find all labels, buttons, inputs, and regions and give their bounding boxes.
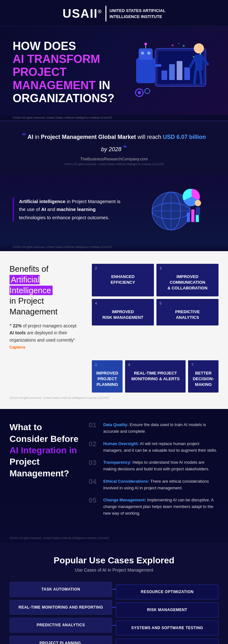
benefit-card-6: 6 REAL-TIME PROJECTMONITORING & ALERTS	[125, 360, 186, 393]
consider-bold-3: Transparency:	[103, 460, 131, 465]
definition-text: Artificial intelligence in Project Manag…	[13, 197, 124, 222]
consider-section: What toConsider Before AI Integration in…	[0, 409, 228, 535]
quote-source: TheBusinessResearchCompany.com	[19, 157, 209, 161]
benefit-card-2: 2 ENHANCEDEFFICIENCY	[92, 264, 154, 296]
hero-section: HOW DOES AI TRANSFORM PROJECT MANAGEMENT…	[0, 26, 228, 115]
consider-heading: What toConsider Before AI Integration in…	[10, 422, 79, 479]
consider-item-1: 01 Data Quality: Ensure the data used to…	[89, 422, 218, 435]
robot-illustration	[130, 39, 212, 105]
usecase-label-predictive: PREDICTIVE ANALYTICS	[37, 623, 85, 627]
svg-point-22	[172, 44, 174, 46]
hero-copyright: ©2024 All rights reserved. United States…	[0, 115, 228, 121]
svg-point-34	[195, 200, 201, 206]
benefit-card-1: 1 IMPROVED PROJECTPLANNING	[92, 360, 123, 393]
quote-copyright: ©2024 All rights reserved. United States…	[19, 163, 209, 166]
benefits-copyright: ©2024 All rights reserved. United States…	[10, 396, 218, 399]
consider-highlight: AI Integration in	[10, 445, 77, 455]
consider-list: 01 Data Quality: Ensure the data used to…	[89, 422, 218, 523]
quote-mark-close: "	[123, 144, 127, 153]
consider-bold-4: Ethical Considerations:	[103, 479, 149, 484]
svg-rect-6	[136, 58, 155, 83]
svg-point-8	[141, 52, 144, 55]
usecase-label-monitoring: REAL-TIME MONITORING AND REPORTING	[19, 605, 103, 610]
definition-image	[133, 184, 215, 235]
logo-container: USAII® UNITED STATES ARTIFICIAL INTELLIG…	[6, 6, 222, 22]
svg-point-24	[183, 45, 185, 47]
consider-content-5: Change Management: Implementing AI can b…	[103, 497, 218, 517]
usecases-grid: TASK AUTOMATION REAL-TIME MONITORING AND…	[10, 582, 218, 644]
benefits-title: Benefits of Artificial Intelligence in P…	[10, 264, 79, 351]
svg-point-9	[147, 52, 150, 55]
svg-rect-32	[191, 209, 194, 222]
usecase-card-monitoring: REAL-TIME MONITORING AND REPORTING	[10, 600, 112, 615]
logo-subtitle: UNITED STATES ARTIFICIAL INTELLIGENCE IN…	[110, 8, 166, 20]
quote-section: " AI in Project Management Global Market…	[0, 121, 228, 175]
header: USAII® UNITED STATES ARTIFICIAL INTELLIG…	[0, 0, 228, 26]
benefit-label-6: REAL-TIME PROJECTMONITORING & ALERTS	[130, 370, 181, 382]
quote-bold: Project Management Global Market	[41, 134, 136, 140]
benefit-label-1: IMPROVED PROJECTPLANNING	[96, 370, 118, 388]
benefits-grid: 2 ENHANCEDEFFICIENCY 3 IMPROVEDCOMMUNICA…	[92, 264, 218, 325]
consider-num-2: 02	[89, 441, 98, 448]
consider-content-3: Transparency: Helps to understand how AI…	[103, 459, 218, 473]
consider-content-1: Data Quality: Ensure the data used to tr…	[103, 422, 218, 435]
consider-num-5: 05	[89, 497, 98, 504]
consider-line2: Project Management?	[10, 457, 69, 478]
benefit-label-2: ENHANCEDEFFICIENCY	[96, 274, 149, 285]
svg-rect-14	[195, 55, 203, 71]
usecases-subtitle: Use Cases of AI in Project Management	[10, 567, 218, 573]
consider-item-5: 05 Change Management: Implementing AI ca…	[89, 497, 218, 517]
usecase-label-resource: RESOURCE OPTIMIZATION	[141, 590, 194, 594]
capterra-source: Capterra	[10, 345, 25, 350]
consider-item-2: 02 Human Oversight: AI will not replace …	[89, 441, 218, 454]
logo-usaii: USAII®	[63, 7, 102, 21]
usecases-header: Popular Use Cases Explored Use Cases of …	[10, 555, 218, 573]
benefit-card-4: 4 IMPROVEDRISK MANAGEMENT	[92, 299, 154, 325]
consider-item-4: 04 Ethical Considerations: There are eth…	[89, 478, 218, 492]
consider-title: What toConsider Before AI Integration in…	[10, 422, 79, 523]
benefit-card-3: 3 IMPROVEDCOMMUNICATION& COLLABORATION	[156, 264, 218, 296]
benefits-stat-percent: " 22%	[10, 323, 22, 328]
svg-rect-3	[169, 64, 175, 80]
benefit-num-6: 6	[128, 363, 130, 367]
usecases-title: Popular Use Cases Explored	[10, 555, 218, 566]
svg-rect-5	[184, 67, 190, 80]
hero-text: HOW DOES AI TRANSFORM PROJECT MANAGEMENT…	[13, 40, 127, 105]
usecase-card-systems: SYSTEMS AND SOFTWARE TESTING	[116, 621, 218, 635]
benefit-num-7: 7	[191, 363, 193, 367]
definition-paragraph: Artificial intelligence in Project Manag…	[19, 197, 124, 222]
svg-rect-12	[155, 64, 162, 67]
svg-point-23	[178, 43, 180, 44]
benefit-num-2: 2	[95, 266, 97, 270]
logo-divider	[105, 6, 106, 22]
logo-reg: ®	[98, 9, 102, 14]
benefits-title-line2: in Project Management	[10, 296, 58, 316]
consider-num-4: 04	[89, 478, 98, 485]
usecase-label-task-automation: TASK AUTOMATION	[41, 587, 80, 591]
hero-image	[127, 37, 215, 107]
svg-line-18	[200, 71, 201, 83]
svg-rect-31	[187, 213, 190, 222]
benefits-heading: Benefits of Artificial Intelligence in P…	[10, 264, 79, 317]
consider-num-3: 03	[89, 459, 98, 466]
hero-line5: ORGANIZATIONS?	[13, 92, 114, 105]
consider-bold-5: Change Management:	[103, 498, 146, 502]
benefit-label-7: BETTERDECISION-MAKING	[193, 370, 214, 388]
hero-line2: AI TRANSFORM	[13, 53, 100, 65]
quote-text: " AI in Project Management Global Market…	[19, 130, 209, 155]
benefit-card-7: 7 BETTERDECISION-MAKING	[188, 360, 218, 393]
benefit-num-5: 5	[160, 301, 162, 305]
usecase-card-predictive: PREDICTIVE ANALYTICS	[10, 618, 112, 633]
consider-bold-1: Data Quality:	[103, 422, 129, 427]
hero-line3: PROJECT	[13, 65, 66, 78]
hero-line4-rest: IN	[96, 79, 110, 92]
benefits-header: Benefits of Artificial Intelligence in P…	[10, 264, 218, 351]
benefit-num-1: 1	[95, 363, 97, 367]
usecases-right-column: RESOURCE OPTIMIZATION RISK MANAGEMENT SY…	[116, 585, 218, 644]
svg-point-13	[194, 43, 204, 53]
logo-usaii-text: USAII	[63, 7, 98, 20]
usecase-card-resource: RESOURCE OPTIMIZATION	[116, 585, 218, 599]
consider-content-4: Ethical Considerations: There are ethica…	[103, 478, 218, 492]
svg-point-21	[145, 89, 150, 94]
usecase-card-risk: RISK MANAGEMENT	[116, 603, 218, 617]
